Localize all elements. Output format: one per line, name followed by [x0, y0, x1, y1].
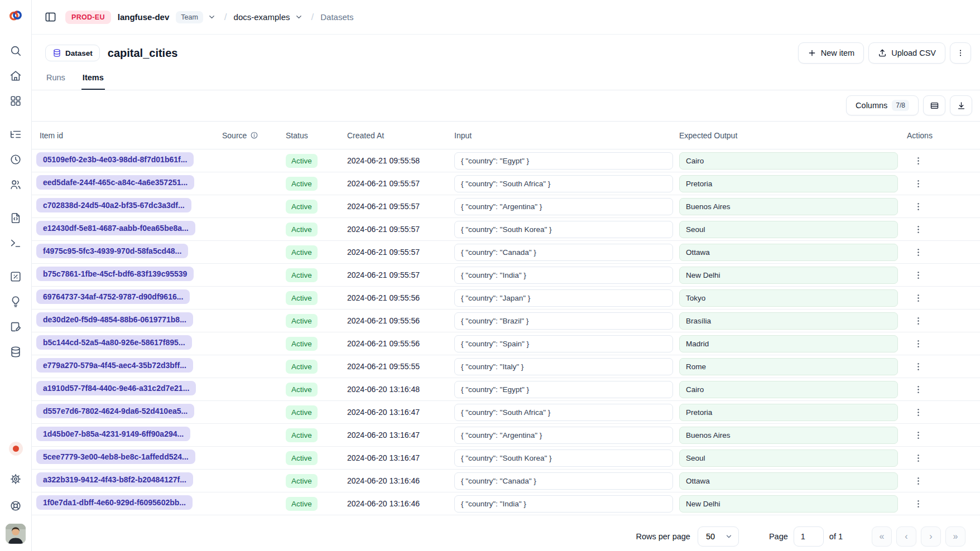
- item-id-badge[interactable]: de30d2e0-f5d9-4854-88b6-0619771b8...: [36, 312, 193, 327]
- expected-output-cell[interactable]: Ottawa: [679, 472, 898, 490]
- input-cell[interactable]: { "country": "Canada" }: [454, 244, 673, 261]
- table-row[interactable]: 1f0e7da1-dbff-4e60-929d-f6095602bb... Ac…: [32, 492, 980, 515]
- table-row[interactable]: 1d45b0e7-b85a-4231-9149-6ff90a294... Act…: [32, 424, 980, 447]
- item-id-badge[interactable]: 5cee7779-3e00-4eb8-be8c-1affedd524...: [36, 450, 195, 464]
- input-cell[interactable]: { "country": "Argentina" }: [454, 427, 673, 444]
- previous-page-button[interactable]: ‹: [896, 526, 916, 547]
- table-row[interactable]: a1910d57-7f84-440c-9e46-a31c2d7e21... Ac…: [32, 378, 980, 401]
- input-cell[interactable]: { "country": "Egypt" }: [454, 381, 673, 398]
- expected-output-cell[interactable]: Seoul: [679, 221, 898, 238]
- support-lifebuoy-icon[interactable]: [7, 499, 24, 513]
- expected-output-cell[interactable]: Ottawa: [679, 244, 898, 261]
- export-download-button[interactable]: [950, 95, 972, 115]
- next-page-button[interactable]: ›: [921, 526, 941, 547]
- expected-output-cell[interactable]: Cairo: [679, 152, 898, 170]
- project-name[interactable]: docs-examples: [234, 12, 290, 22]
- table-row[interactable]: e779a270-579a-4f45-aec4-35b72d3bff... Ac…: [32, 355, 980, 378]
- table-row[interactable]: 5cee7779-3e00-4eb8-be8c-1affedd524... Ac…: [32, 447, 980, 470]
- expected-output-cell[interactable]: Tokyo: [679, 289, 898, 307]
- input-cell[interactable]: { "country": "Egypt" }: [454, 152, 673, 170]
- org-chevron-down-icon[interactable]: [206, 12, 218, 23]
- item-id-badge[interactable]: a322b319-9412-4f43-b8f2-b20484127f...: [36, 472, 193, 487]
- input-cell[interactable]: { "country": "Italy" }: [454, 358, 673, 375]
- expected-output-cell[interactable]: New Delhi: [679, 495, 898, 513]
- insights-lightbulb-icon[interactable]: [7, 295, 24, 308]
- row-actions-button[interactable]: [909, 266, 927, 284]
- prompts-file-icon[interactable]: [7, 211, 24, 225]
- last-page-button[interactable]: »: [945, 526, 965, 547]
- sessions-clock-icon[interactable]: [7, 153, 24, 166]
- item-id-badge[interactable]: e12430df-5e81-4687-aabb-f0ea65be8a...: [36, 221, 195, 235]
- annotation-clipboard-icon[interactable]: [7, 320, 24, 334]
- evaluation-percent-icon[interactable]: [7, 270, 24, 283]
- expected-output-cell[interactable]: Buenos Aires: [679, 427, 898, 444]
- item-id-badge[interactable]: 69764737-34af-4752-9787-d90df9616...: [36, 289, 190, 304]
- row-actions-button[interactable]: [909, 472, 927, 490]
- rows-per-page-select[interactable]: 50: [698, 526, 739, 547]
- item-id-badge[interactable]: 1f0e7da1-dbff-4e60-929d-f6095602bb...: [36, 495, 193, 510]
- row-height-button[interactable]: [923, 95, 945, 115]
- table-row[interactable]: 05109ef0-2e3b-4e03-98dd-8f7d01b61f... Ac…: [32, 149, 980, 172]
- row-actions-button[interactable]: [909, 380, 927, 398]
- item-id-badge[interactable]: eed5dafe-244f-465c-a84c-4a6e357251...: [36, 175, 194, 190]
- row-actions-button[interactable]: [909, 449, 927, 467]
- row-actions-button[interactable]: [909, 152, 927, 170]
- expected-output-cell[interactable]: New Delhi: [679, 267, 898, 284]
- table-row[interactable]: 69764737-34af-4752-9787-d90df9616... Act…: [32, 287, 980, 310]
- info-icon[interactable]: [250, 131, 258, 139]
- dashboards-grid-icon[interactable]: [7, 94, 24, 108]
- row-actions-button[interactable]: [909, 426, 927, 444]
- expected-output-cell[interactable]: Rome: [679, 358, 898, 375]
- table-row[interactable]: c702838d-24d5-40a2-bf35-67dc3a3df... Act…: [32, 195, 980, 218]
- page-number-input[interactable]: [794, 526, 824, 547]
- tracing-tree-icon[interactable]: [7, 128, 24, 141]
- input-cell[interactable]: { "country": "Argentina" }: [454, 198, 673, 215]
- input-cell[interactable]: { "country": "Japan" }: [454, 289, 673, 307]
- datasets-database-icon[interactable]: [7, 345, 24, 359]
- item-id-badge[interactable]: 1d45b0e7-b85a-4231-9149-6ff90a294...: [36, 427, 190, 441]
- upload-csv-button[interactable]: Upload CSV: [868, 42, 945, 64]
- item-id-badge[interactable]: d557e7d6-7802-4624-9da6-52d410ea5...: [36, 404, 194, 418]
- project-chevron-down-icon[interactable]: [293, 12, 304, 23]
- row-actions-button[interactable]: [909, 335, 927, 352]
- row-actions-button[interactable]: [909, 403, 927, 421]
- table-row[interactable]: f4975c95-5fc3-4939-970d-58fa5cd48... Act…: [32, 241, 980, 264]
- row-actions-button[interactable]: [909, 220, 927, 238]
- table-row[interactable]: eed5dafe-244f-465c-a84c-4a6e357251... Ac…: [32, 172, 980, 195]
- table-row[interactable]: a322b319-9412-4f43-b8f2-b20484127f... Ac…: [32, 470, 980, 492]
- item-id-badge[interactable]: a1910d57-7f84-440c-9e46-a31c2d7e21...: [36, 381, 196, 395]
- table-row[interactable]: b5c144cd-52a5-4a80-926e-58617f895... Act…: [32, 332, 980, 355]
- users-icon[interactable]: [7, 178, 24, 191]
- row-actions-button[interactable]: [909, 289, 927, 307]
- row-actions-button[interactable]: [909, 197, 927, 215]
- expected-output-cell[interactable]: Buenos Aires: [679, 198, 898, 215]
- input-cell[interactable]: { "country": "Brazil" }: [454, 312, 673, 330]
- columns-button[interactable]: Columns 7/8: [846, 95, 919, 115]
- item-id-badge[interactable]: f4975c95-5fc3-4939-970d-58fa5cd48...: [36, 244, 188, 258]
- input-cell[interactable]: { "country": "Spain" }: [454, 335, 673, 352]
- new-item-button[interactable]: New item: [798, 42, 864, 64]
- input-cell[interactable]: { "country": "Canada" }: [454, 472, 673, 490]
- playground-terminal-icon[interactable]: [7, 236, 24, 250]
- item-id-badge[interactable]: b75c7861-1fbe-45cf-bdf6-83f139c95539: [36, 267, 194, 281]
- row-actions-button[interactable]: [909, 312, 927, 330]
- input-cell[interactable]: { "country": "India" }: [454, 495, 673, 513]
- row-actions-button[interactable]: [909, 357, 927, 375]
- item-id-badge[interactable]: 05109ef0-2e3b-4e03-98dd-8f7d01b61f...: [36, 152, 194, 167]
- langfuse-logo-icon[interactable]: [8, 8, 23, 23]
- tab-runs[interactable]: Runs: [45, 73, 66, 90]
- sidebar-toggle-icon[interactable]: [42, 9, 59, 26]
- expected-output-cell[interactable]: Madrid: [679, 335, 898, 352]
- search-icon[interactable]: [7, 44, 24, 57]
- page-more-actions-button[interactable]: [950, 42, 971, 64]
- input-cell[interactable]: { "country": "South Korea" }: [454, 450, 673, 467]
- row-actions-button[interactable]: [909, 243, 927, 261]
- input-cell[interactable]: { "country": "South Africa" }: [454, 175, 673, 192]
- input-cell[interactable]: { "country": "South Korea" }: [454, 221, 673, 238]
- table-row[interactable]: d557e7d6-7802-4624-9da6-52d410ea5... Act…: [32, 401, 980, 424]
- first-page-button[interactable]: «: [872, 526, 892, 547]
- input-cell[interactable]: { "country": "South Africa" }: [454, 404, 673, 421]
- item-id-badge[interactable]: b5c144cd-52a5-4a80-926e-58617f895...: [36, 335, 192, 350]
- expected-output-cell[interactable]: Brasília: [679, 312, 898, 330]
- org-name[interactable]: langfuse-dev: [118, 12, 170, 22]
